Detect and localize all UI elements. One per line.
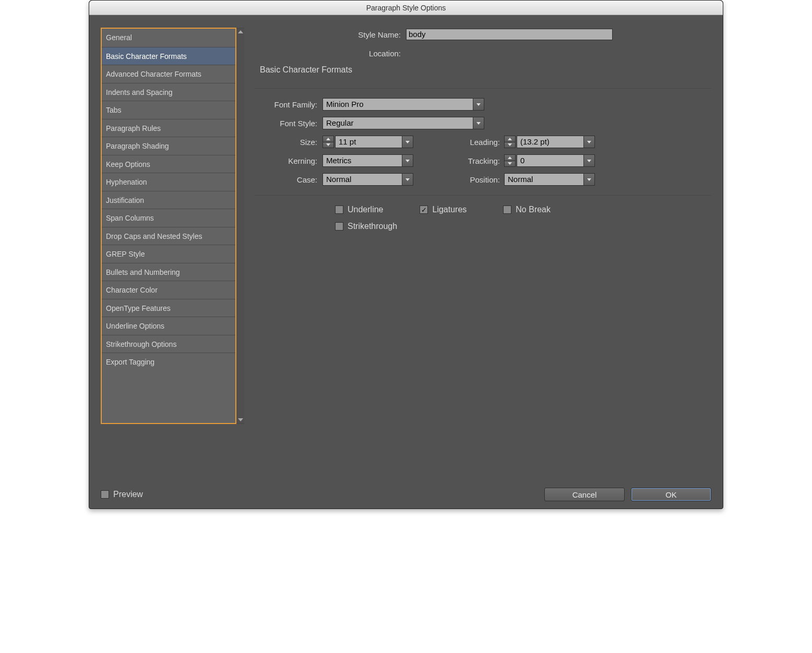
chevron-down-icon bbox=[405, 141, 410, 143]
sidebar-item[interactable]: Character Color bbox=[102, 281, 235, 299]
style-name-input[interactable]: body bbox=[406, 29, 613, 40]
sidebar-item[interactable]: Hyphenation bbox=[102, 173, 235, 191]
tracking-label: Tracking: bbox=[447, 156, 504, 165]
leading-step-up[interactable] bbox=[504, 136, 516, 142]
scroll-down-icon[interactable] bbox=[238, 418, 243, 421]
chevron-up-icon bbox=[326, 138, 330, 140]
leading-label: Leading: bbox=[447, 138, 504, 147]
sidebar-item[interactable]: Drop Caps and Nested Styles bbox=[102, 227, 235, 245]
kerning-value[interactable]: Metrics bbox=[323, 154, 402, 167]
case-label: Case: bbox=[255, 175, 323, 184]
basic-character-formats-group: Font Family: Minion Pro Font Style: Regu… bbox=[255, 88, 711, 196]
kerning-combo[interactable]: Metrics bbox=[323, 154, 413, 167]
tracking-dropdown-button[interactable] bbox=[583, 154, 595, 167]
cancel-button[interactable]: Cancel bbox=[544, 488, 625, 501]
sidebar-item[interactable]: Paragraph Shading bbox=[102, 137, 235, 155]
size-label: Size: bbox=[255, 138, 323, 147]
tracking-step-down[interactable] bbox=[504, 161, 516, 167]
sidebar-item[interactable]: Strikethrough Options bbox=[102, 335, 235, 353]
strikethrough-label: Strikethrough bbox=[348, 222, 397, 231]
preview-checkbox[interactable] bbox=[101, 490, 109, 499]
no-break-checkbox-wrap[interactable]: No Break bbox=[503, 205, 551, 214]
section-title: Basic Character Formats bbox=[260, 65, 711, 75]
size-step-up[interactable] bbox=[323, 136, 334, 142]
sidebar-item[interactable]: Export Tagging bbox=[102, 353, 235, 371]
location-label: Location: bbox=[260, 49, 406, 58]
sidebar-item[interactable]: Justification bbox=[102, 191, 235, 209]
size-step-down[interactable] bbox=[323, 142, 334, 149]
chevron-up-icon bbox=[508, 156, 512, 159]
sidebar-item[interactable]: Tabs bbox=[102, 101, 235, 119]
content-pane: Style Name: body Location: Basic Charact… bbox=[255, 28, 711, 481]
font-style-label: Font Style: bbox=[255, 119, 323, 128]
window-title: Paragraph Style Options bbox=[89, 1, 723, 15]
position-label: Position: bbox=[447, 175, 504, 184]
case-dropdown-button[interactable] bbox=[402, 173, 413, 186]
font-style-combo[interactable]: Regular bbox=[323, 117, 484, 129]
sidebar-item[interactable]: Bullets and Numbering bbox=[102, 263, 235, 281]
case-value[interactable]: Normal bbox=[323, 173, 402, 186]
chevron-up-icon bbox=[508, 138, 512, 140]
position-combo[interactable]: Normal bbox=[504, 173, 595, 186]
font-style-dropdown-button[interactable] bbox=[473, 117, 484, 129]
sidebar-item[interactable]: Advanced Character Formats bbox=[102, 65, 235, 83]
sidebar-item[interactable]: Keep Options bbox=[102, 155, 235, 173]
size-combo[interactable]: 11 pt bbox=[335, 136, 413, 148]
chevron-down-icon bbox=[587, 178, 591, 181]
position-dropdown-button[interactable] bbox=[583, 173, 595, 186]
sidebar-item[interactable]: Indents and Spacing bbox=[102, 83, 235, 101]
leading-dropdown-button[interactable] bbox=[583, 136, 595, 148]
case-combo[interactable]: Normal bbox=[323, 173, 413, 186]
tracking-combo[interactable]: 0 bbox=[517, 154, 595, 167]
size-value[interactable]: 11 pt bbox=[335, 136, 402, 148]
position-value[interactable]: Normal bbox=[504, 173, 583, 186]
size-stepper[interactable] bbox=[323, 136, 334, 148]
leading-stepper[interactable] bbox=[504, 136, 516, 148]
strikethrough-checkbox-wrap[interactable]: Strikethrough bbox=[335, 222, 397, 231]
checkbox-row-1: Underline ✓ Ligatures No Break bbox=[255, 205, 711, 214]
chevron-down-icon bbox=[508, 162, 512, 165]
chevron-down-icon bbox=[405, 178, 410, 181]
paragraph-style-options-dialog: Paragraph Style Options GeneralBasic Cha… bbox=[89, 0, 723, 509]
sidebar-item[interactable]: Basic Character Formats bbox=[102, 47, 235, 65]
checkbox-row-2: Strikethrough bbox=[255, 222, 711, 231]
kerning-dropdown-button[interactable] bbox=[402, 154, 413, 167]
ligatures-checkbox[interactable]: ✓ bbox=[420, 205, 428, 214]
preview-label: Preview bbox=[113, 490, 143, 499]
chevron-down-icon bbox=[476, 103, 481, 106]
no-break-label: No Break bbox=[516, 205, 551, 214]
sidebar-wrap: GeneralBasic Character FormatsAdvanced C… bbox=[101, 28, 244, 481]
leading-combo[interactable]: (13.2 pt) bbox=[517, 136, 595, 148]
font-family-dropdown-button[interactable] bbox=[473, 98, 484, 111]
sidebar-item[interactable]: Span Columns bbox=[102, 209, 235, 227]
font-style-value[interactable]: Regular bbox=[323, 117, 473, 129]
scroll-up-icon[interactable] bbox=[238, 30, 243, 33]
size-dropdown-button[interactable] bbox=[402, 136, 413, 148]
chevron-down-icon bbox=[476, 122, 481, 125]
font-family-value[interactable]: Minion Pro bbox=[323, 98, 473, 111]
tracking-value[interactable]: 0 bbox=[517, 154, 583, 167]
tracking-step-up[interactable] bbox=[504, 154, 516, 161]
strikethrough-checkbox[interactable] bbox=[335, 222, 343, 231]
sidebar-item[interactable]: GREP Style bbox=[102, 245, 235, 263]
sidebar-item[interactable]: OpenType Features bbox=[102, 299, 235, 317]
no-break-checkbox[interactable] bbox=[503, 205, 511, 214]
font-family-combo[interactable]: Minion Pro bbox=[323, 98, 484, 111]
font-family-label: Font Family: bbox=[255, 100, 323, 109]
ok-button[interactable]: OK bbox=[631, 488, 711, 501]
underline-checkbox[interactable] bbox=[335, 205, 343, 214]
ligatures-label: Ligatures bbox=[432, 205, 467, 214]
sidebar-item[interactable]: General bbox=[102, 29, 235, 47]
leading-step-down[interactable] bbox=[504, 142, 516, 149]
sidebar-item[interactable]: Underline Options bbox=[102, 317, 235, 335]
dialog-footer: Preview Cancel OK bbox=[101, 481, 711, 501]
tracking-stepper[interactable] bbox=[504, 154, 516, 167]
style-name-label: Style Name: bbox=[260, 30, 406, 39]
sidebar-item[interactable]: Paragraph Rules bbox=[102, 119, 235, 137]
leading-value[interactable]: (13.2 pt) bbox=[517, 136, 583, 148]
sidebar-scrollbar[interactable] bbox=[236, 28, 244, 424]
ligatures-checkbox-wrap[interactable]: ✓ Ligatures bbox=[420, 205, 467, 214]
preview-checkbox-wrap[interactable]: Preview bbox=[101, 490, 143, 499]
chevron-down-icon bbox=[587, 160, 591, 162]
underline-checkbox-wrap[interactable]: Underline bbox=[335, 205, 383, 214]
